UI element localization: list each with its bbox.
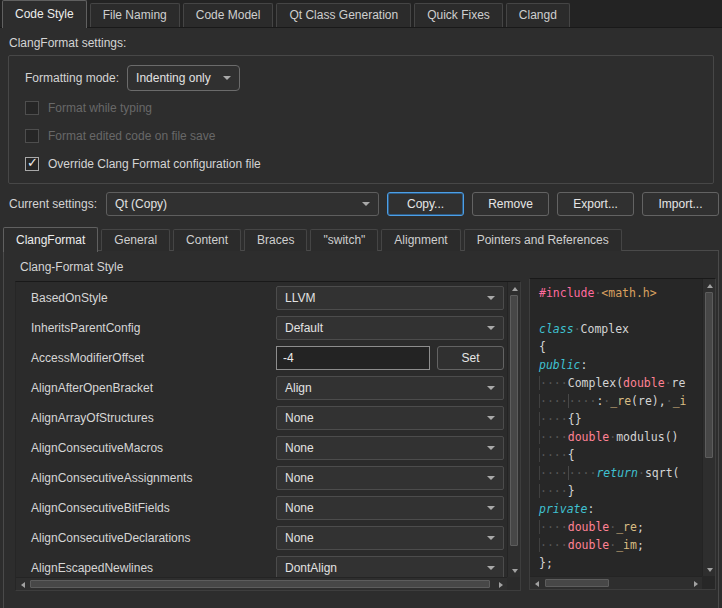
button-label: Export... [573, 197, 618, 211]
style-tab-general[interactable]: General [101, 229, 170, 251]
style-option-name: AlignArrayOfStructures [31, 411, 154, 425]
style-tab-content[interactable]: Content [173, 229, 241, 251]
current-settings-combo[interactable]: Qt (Copy) [106, 192, 379, 216]
style-table-horizontal-scrollbar[interactable] [16, 577, 507, 590]
scroll-down-icon[interactable] [703, 563, 716, 576]
code-line: ····Complex(double·re [539, 374, 701, 392]
tab-code-model[interactable]: Code Model [183, 3, 274, 27]
scroll-down-icon[interactable] [508, 564, 521, 577]
style-row-AlignConsecutiveBitFields: AlignConsecutiveBitFields None [16, 493, 507, 523]
tab-label: Code Style [15, 7, 74, 21]
code-line: ········return·sqrt( [539, 464, 701, 482]
scrollbar-thumb[interactable] [30, 580, 490, 588]
style-table-vertical-scrollbar[interactable] [507, 282, 520, 577]
style-tab-switch[interactable]: "switch" [310, 229, 378, 251]
export-button[interactable]: Export... [557, 192, 634, 216]
dropdown-arrow-icon [487, 566, 495, 570]
checkbox-format-while-typing[interactable]: ✓ Format while typing [25, 98, 713, 118]
style-tab-pointers-and-references[interactable]: Pointers and References [464, 229, 622, 251]
style-row-AlignConsecutiveAssignments: AlignConsecutiveAssignments None [16, 463, 507, 493]
set-button[interactable]: Set [437, 346, 504, 370]
tab-label: Content [186, 233, 228, 247]
style-option-name: AlignConsecutiveDeclarations [31, 531, 190, 545]
code-preview[interactable]: #include·<math.h>class·Complex{public:··… [529, 278, 716, 590]
import-button[interactable]: Import... [642, 192, 719, 216]
checkmark-icon: ✓ [27, 155, 38, 170]
code-preview-horizontal-scrollbar[interactable] [530, 576, 702, 589]
formatting-mode-combo[interactable]: Indenting only [127, 65, 240, 91]
scroll-right-icon[interactable] [494, 578, 507, 591]
combo-value: None [285, 501, 314, 515]
scroll-up-icon[interactable] [508, 282, 521, 295]
combo-value: Qt (Copy) [115, 197, 167, 211]
checkbox-format-edited-code-on-file-save[interactable]: ✓ Format edited code on file save [25, 126, 713, 146]
scrollbar-thumb[interactable] [545, 579, 609, 587]
tab-label: Alignment [394, 233, 447, 247]
style-tab-braces[interactable]: Braces [244, 229, 307, 251]
checkbox-box: ✓ [25, 157, 39, 171]
checkbox-box: ✓ [25, 101, 39, 115]
scroll-left-icon[interactable] [16, 578, 29, 591]
combo-value: None [285, 411, 314, 425]
dropdown-arrow-icon [487, 386, 495, 390]
combo-AlignAfterOpenBracket[interactable]: Align [276, 376, 504, 400]
combo-value: Default [285, 321, 323, 335]
scroll-left-icon[interactable] [530, 577, 543, 590]
input-AccessModifierOffset[interactable] [276, 346, 430, 370]
tab-label: File Naming [103, 8, 167, 22]
remove-button[interactable]: Remove [472, 192, 549, 216]
style-tab-alignment[interactable]: Alignment [381, 229, 460, 251]
checkbox-list: ✓ Format while typing ✓ Format edited co… [25, 98, 713, 174]
code-preview-vertical-scrollbar[interactable] [702, 279, 715, 576]
combo-AlignEscapedNewlines[interactable]: DontAlign [276, 556, 504, 577]
tab-label: Code Model [196, 8, 261, 22]
combo-value: None [285, 471, 314, 485]
code-line: ····{} [539, 410, 701, 428]
combo-AlignConsecutiveAssignments[interactable]: None [276, 466, 504, 490]
scrollbar-thumb[interactable] [510, 295, 518, 546]
current-settings-label: Current settings: [9, 197, 97, 211]
code-line: class·Complex [539, 320, 701, 338]
button-label: Remove [488, 197, 533, 211]
dropdown-arrow-icon [487, 506, 495, 510]
combo-AlignArrayOfStructures[interactable]: None [276, 406, 504, 430]
style-option-name: AlignConsecutiveMacros [31, 441, 163, 455]
combo-value: None [285, 441, 314, 455]
code-line: #include·<math.h> [539, 284, 701, 302]
code-line: public: [539, 356, 701, 374]
tab-label: General [114, 233, 157, 247]
style-row-AlignAfterOpenBracket: AlignAfterOpenBracket Align [16, 373, 507, 403]
dropdown-arrow-icon [487, 296, 495, 300]
style-row-AlignConsecutiveMacros: AlignConsecutiveMacros None [16, 433, 507, 463]
tab-file-naming[interactable]: File Naming [90, 3, 180, 27]
style-tab-clangformat[interactable]: ClangFormat [3, 227, 98, 252]
scroll-up-icon[interactable] [703, 279, 716, 292]
clangformat-tab-pane: Clang-Format Style BasedOnStyle LLVM Inh… [3, 250, 719, 608]
clangformat-settings-label: ClangFormat settings: [9, 36, 126, 50]
copy-button[interactable]: Copy... [387, 192, 464, 216]
style-option-name: AlignAfterOpenBracket [31, 381, 153, 395]
tab-label: Braces [257, 233, 294, 247]
clang-format-style-title: Clang-Format Style [20, 260, 123, 274]
combo-BasedOnStyle[interactable]: LLVM [276, 286, 504, 310]
combo-AlignConsecutiveDeclarations[interactable]: None [276, 526, 504, 550]
tab-quick-fixes[interactable]: Quick Fixes [414, 3, 503, 27]
combo-InheritsParentConfig[interactable]: Default [276, 316, 504, 340]
dropdown-arrow-icon [487, 446, 495, 450]
style-row-InheritsParentConfig: InheritsParentConfig Default [16, 313, 507, 343]
current-settings-row: Current settings: Qt (Copy) Copy...Remov… [9, 192, 721, 216]
tab-label: ClangFormat [16, 233, 85, 247]
code-line [539, 302, 701, 320]
tab-clangd[interactable]: Clangd [506, 3, 570, 27]
clangformat-settings-group: Formatting mode: Indenting only ✓ Format… [8, 55, 714, 184]
scroll-right-icon[interactable] [689, 577, 702, 590]
tab-code-style[interactable]: Code Style [2, 0, 87, 28]
combo-AlignConsecutiveBitFields[interactable]: None [276, 496, 504, 520]
code-line: ····double·_im; [539, 536, 701, 554]
code-style-settings-page: { "top_tabs": { "items": [ { "label": "C… [0, 0, 722, 608]
style-tab-bar: ClangFormatGeneralContentBraces"switch"A… [3, 226, 625, 251]
combo-AlignConsecutiveMacros[interactable]: None [276, 436, 504, 460]
checkbox-override-clang-format-configuration-file[interactable]: ✓ Override Clang Format configuration fi… [25, 154, 713, 174]
scrollbar-thumb[interactable] [705, 292, 713, 458]
tab-qt-class-generation[interactable]: Qt Class Generation [276, 3, 411, 27]
